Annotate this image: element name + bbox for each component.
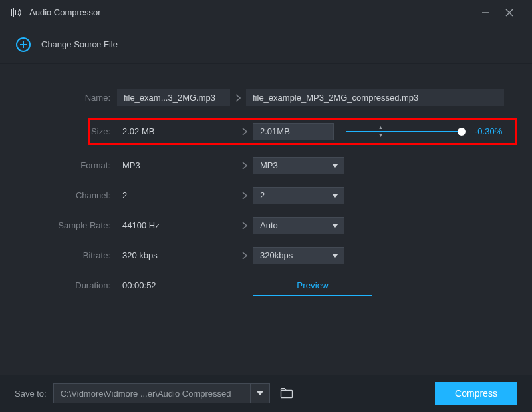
app-icon — [11, 8, 23, 17]
caret-down-icon — [332, 224, 338, 228]
svg-marker-8 — [332, 164, 338, 168]
save-path-dropdown[interactable] — [250, 383, 270, 403]
browse-folder-button[interactable] — [278, 385, 295, 402]
caret-down-icon — [332, 194, 338, 198]
select-sample-rate-value: Auto — [260, 220, 278, 230]
label-channel: Channel: — [48, 190, 117, 200]
select-channel[interactable]: 2 — [253, 187, 344, 204]
svg-marker-9 — [332, 194, 338, 198]
label-duration: Duration: — [48, 280, 117, 290]
change-source-row[interactable]: Change Source File — [0, 25, 532, 64]
chevron-right-icon — [237, 252, 253, 260]
row-channel: Channel: 2 2 — [0, 180, 532, 210]
save-to-label: Save to: — [15, 389, 47, 399]
app-window: Audio Compressor Change Source File — [0, 0, 532, 412]
input-name-output[interactable] — [246, 89, 504, 106]
label-bitrate: Bitrate: — [48, 250, 117, 260]
plus-icon — [16, 37, 31, 52]
label-format: Format: — [48, 160, 117, 170]
svg-rect-1 — [13, 8, 14, 17]
svg-rect-2 — [15, 10, 16, 15]
chevron-right-icon — [237, 222, 253, 230]
select-channel-value: 2 — [260, 190, 265, 200]
svg-marker-12 — [257, 391, 263, 395]
row-size: Size: 2.02 MB ▲ ▼ -0.3 — [0, 116, 532, 146]
spinner-size[interactable]: ▲ ▼ — [253, 123, 334, 140]
settings-content: Name: Size: 2.02 MB ▲ ▼ — [0, 64, 532, 300]
chevron-right-icon — [237, 162, 253, 170]
size-source: 2.02 MB — [117, 122, 237, 141]
minimize-button[interactable] — [473, 3, 497, 23]
close-button[interactable] — [497, 3, 521, 23]
row-duration: Duration: 00:00:52 Preview — [0, 270, 532, 300]
select-sample-rate[interactable]: Auto — [253, 217, 344, 234]
bitrate-source: 320 kbps — [117, 246, 237, 265]
select-bitrate-value: 320kbps — [260, 250, 293, 260]
label-name: Name: — [48, 93, 117, 103]
label-sample-rate: Sample Rate: — [48, 220, 117, 230]
size-slider[interactable] — [346, 127, 466, 136]
select-format[interactable]: MP3 — [253, 157, 344, 174]
svg-marker-10 — [332, 224, 338, 228]
preview-button[interactable]: Preview — [253, 276, 372, 296]
label-size: Size: — [48, 126, 117, 136]
select-bitrate[interactable]: 320kbps — [253, 247, 344, 264]
window-title: Audio Compressor — [29, 7, 101, 17]
size-percent: -0.30% — [475, 126, 502, 136]
chevron-right-icon — [237, 128, 253, 136]
svg-rect-0 — [11, 9, 12, 16]
sample-rate-source: 44100 Hz — [117, 216, 237, 235]
duration-value: 00:00:52 — [117, 276, 237, 295]
chevron-right-icon — [237, 192, 253, 200]
bottom-bar: Save to: C:\Vidmore\Vidmore ...er\Audio … — [0, 375, 532, 412]
row-bitrate: Bitrate: 320 kbps 320kbps — [0, 240, 532, 270]
svg-rect-13 — [281, 391, 292, 398]
change-source-label: Change Source File — [41, 39, 118, 49]
input-name-source[interactable] — [117, 89, 230, 106]
titlebar: Audio Compressor — [0, 0, 532, 25]
caret-down-icon — [332, 254, 338, 258]
chevron-right-icon — [230, 94, 246, 102]
channel-source: 2 — [117, 186, 237, 205]
select-format-value: MP3 — [260, 160, 278, 170]
format-source: MP3 — [117, 156, 237, 175]
row-name: Name: — [0, 83, 532, 112]
row-sample-rate: Sample Rate: 44100 Hz Auto — [0, 210, 532, 240]
compress-button[interactable]: Compress — [435, 382, 517, 405]
svg-marker-11 — [332, 254, 338, 258]
slider-thumb[interactable] — [458, 128, 466, 136]
row-format: Format: MP3 MP3 — [0, 150, 532, 180]
caret-down-icon — [332, 164, 338, 168]
save-path-input[interactable]: C:\Vidmore\Vidmore ...er\Audio Compresse… — [53, 383, 250, 403]
